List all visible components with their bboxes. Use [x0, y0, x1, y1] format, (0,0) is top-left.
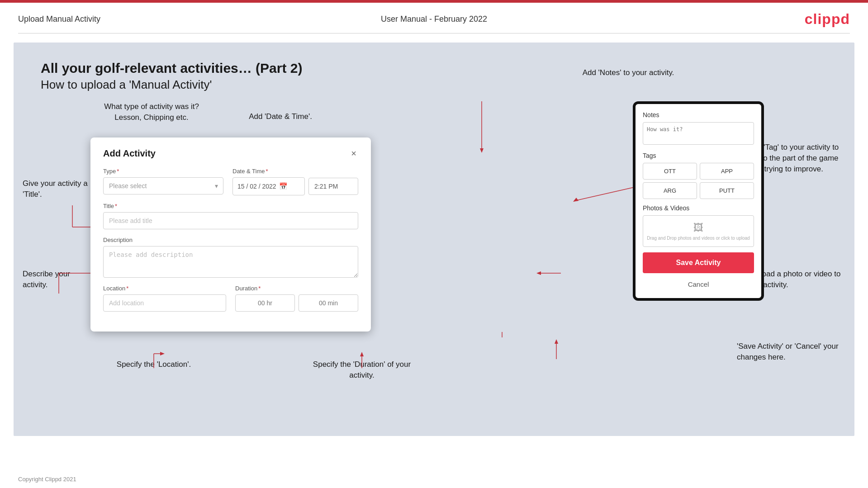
- annotation-date-time: Add 'Date & Time'.: [244, 111, 317, 122]
- time-input[interactable]: 2:21 PM: [308, 178, 358, 195]
- duration-group: [235, 294, 358, 312]
- calendar-icon: 📅: [279, 182, 288, 190]
- tags-grid: OTT APP ARG PUTT: [643, 163, 754, 199]
- tag-app[interactable]: APP: [700, 163, 754, 180]
- phone-content: Notes Tags OTT APP ARG PUTT Photos & Vid…: [636, 104, 761, 298]
- form-group-description: Description: [103, 237, 358, 278]
- add-activity-modal: Add Activity × Type* Please select ▾ Dat…: [90, 137, 371, 332]
- form-group-duration: Duration*: [235, 285, 358, 312]
- tag-ott[interactable]: OTT: [643, 163, 697, 180]
- header-center-label: User Manual - February 2022: [381, 14, 487, 24]
- upload-text: Drag and Drop photos and videos or click…: [647, 236, 749, 241]
- modal-header: Add Activity ×: [103, 148, 358, 159]
- page-title: All your golf-relevant activities… (Part…: [41, 61, 827, 92]
- modal-close-button[interactable]: ×: [349, 148, 358, 159]
- form-group-type: Type* Please select ▾: [103, 168, 223, 195]
- upload-area[interactable]: 🖼 Drag and Drop photos and videos or cli…: [643, 215, 754, 247]
- form-group-datetime: Date & Time* 15 / 02 / 2022 📅 2:21 PM: [232, 168, 358, 195]
- svg-marker-18: [573, 198, 579, 202]
- header: Upload Manual Activity User Manual - Feb…: [0, 3, 868, 33]
- svg-marker-23: [555, 339, 558, 344]
- tag-putt[interactable]: PUTT: [700, 182, 754, 199]
- annotation-upload: Upload a photo or video to the activity.: [750, 269, 841, 290]
- duration-label: Duration*: [235, 285, 358, 292]
- annotation-location: Specify the 'Location'.: [113, 359, 194, 370]
- duration-hr-input[interactable]: [235, 294, 295, 312]
- svg-marker-12: [160, 352, 165, 355]
- annotation-what-type: What type of activity was it? Lesson, Ch…: [102, 101, 201, 123]
- date-value: 15 / 02 / 2022: [237, 183, 276, 190]
- tags-label: Tags: [643, 152, 754, 159]
- svg-marker-14: [360, 352, 364, 356]
- description-label: Description: [103, 237, 358, 243]
- location-input[interactable]: [103, 294, 226, 312]
- annotation-describe: Describe your activity.: [23, 269, 81, 290]
- title-input[interactable]: [103, 212, 358, 229]
- location-label: Location*: [103, 285, 226, 292]
- description-textarea[interactable]: [103, 246, 358, 278]
- notes-textarea[interactable]: [643, 122, 754, 145]
- annotation-title: Give your activity a 'Title'.: [23, 178, 90, 200]
- type-select-wrapper: Please select ▾: [103, 177, 223, 194]
- header-left-label: Upload Manual Activity: [18, 14, 100, 24]
- annotation-save: 'Save Activity' or 'Cancel' your changes…: [737, 341, 841, 363]
- header-divider: [18, 33, 850, 33]
- form-row-location-duration: Location* Duration*: [103, 285, 358, 312]
- main-content: All your golf-relevant activities… (Part…: [14, 43, 854, 436]
- svg-marker-20: [536, 271, 541, 275]
- cancel-link[interactable]: Cancel: [643, 278, 754, 291]
- datetime-label: Date & Time*: [232, 168, 358, 175]
- modal-title: Add Activity: [103, 148, 156, 159]
- form-row-type-datetime: Type* Please select ▾ Date & Time* 15 / …: [103, 168, 358, 195]
- copyright-text: Copyright Clippd 2021: [18, 476, 76, 483]
- type-label: Type*: [103, 168, 223, 175]
- photos-label: Photos & Videos: [643, 204, 754, 212]
- save-activity-button[interactable]: Save Activity: [643, 252, 754, 273]
- page-title-bold: All your golf-relevant activities… (Part…: [41, 61, 827, 76]
- header-logo: clippd: [805, 11, 850, 28]
- title-label: Title*: [103, 203, 358, 209]
- svg-marker-16: [480, 148, 484, 153]
- duration-min-input[interactable]: [299, 294, 358, 312]
- datetime-group: 15 / 02 / 2022 📅 2:21 PM: [232, 177, 358, 195]
- annotation-notes: Add 'Notes' to your activity.: [579, 67, 678, 78]
- date-input[interactable]: 15 / 02 / 2022 📅: [232, 177, 305, 195]
- phone-panel: Notes Tags OTT APP ARG PUTT Photos & Vid…: [633, 101, 764, 301]
- footer: Copyright Clippd 2021: [18, 476, 76, 483]
- upload-icon: 🖼: [693, 222, 703, 234]
- notes-label: Notes: [643, 111, 754, 118]
- annotation-duration: Specify the 'Duration' of your activity.: [312, 359, 412, 381]
- page-title-normal: How to upload a 'Manual Activity': [41, 78, 827, 92]
- type-select[interactable]: Please select: [103, 177, 223, 194]
- form-group-title: Title*: [103, 203, 358, 229]
- tag-arg[interactable]: ARG: [643, 182, 697, 199]
- form-group-location: Location*: [103, 285, 226, 312]
